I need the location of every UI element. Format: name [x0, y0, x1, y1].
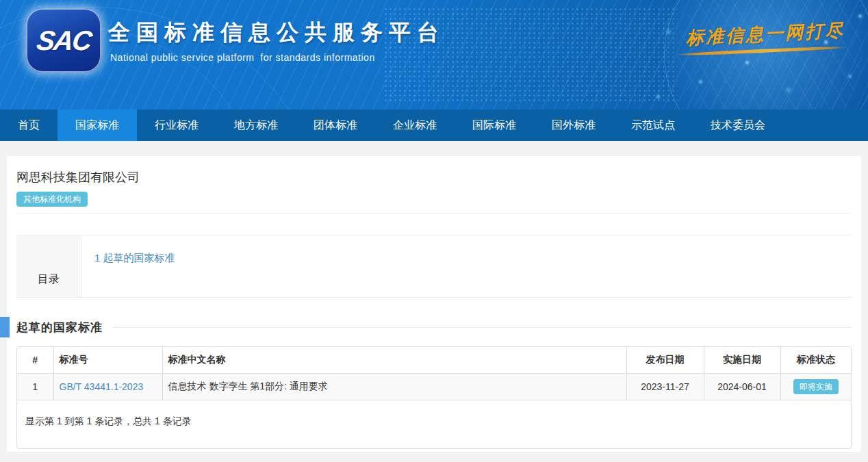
nav-item-pilot-demo[interactable]: 示范试点 — [613, 110, 693, 141]
site-header: SAC 全国标准信息公共服务平台 National public service… — [0, 0, 868, 110]
col-header-publish-date: 发布日期 — [626, 347, 704, 374]
table-row: 1 GB/T 43441.1-2023 信息技术 数字孪生 第1部分: 通用要求… — [17, 374, 851, 400]
page: SAC 全国标准信息公共服务平台 National public service… — [0, 0, 868, 462]
pagination-summary: 显示第 1 到第 1 条记录，总共 1 条记录 — [17, 400, 851, 448]
col-header-implement-date: 实施日期 — [704, 347, 780, 374]
col-header-name: 标准中文名称 — [162, 347, 626, 374]
row-index: 1 — [17, 374, 53, 400]
sparkle-dots — [0, 0, 2, 2]
nav-item-local-standards[interactable]: 地方标准 — [216, 110, 296, 141]
content-card: 网思科技集团有限公司 其他标准化机构 目录 1 起草的国家标准 起草的国家标准 … — [7, 156, 861, 452]
section-title: 起草的国家标准 — [16, 320, 103, 335]
std-no-link[interactable]: GB/T 43441.1-2023 — [60, 381, 144, 392]
nav-item-international-standards[interactable]: 国际标准 — [455, 110, 534, 141]
col-header-status: 标准状态 — [780, 347, 851, 374]
org-name: 网思科技集团有限公司 — [16, 168, 852, 186]
table-header-row: # 标准号 标准中文名称 发布日期 实施日期 标准状态 — [17, 347, 851, 374]
site-subtitle: National public service platform for sta… — [110, 52, 375, 63]
nav-item-technical-committee[interactable]: 技术委员会 — [693, 110, 783, 141]
catalog-label: 目录 — [16, 235, 81, 297]
section-edge-marker — [0, 317, 10, 337]
sac-logo-text: SAC — [35, 25, 93, 56]
section-header: 起草的国家标准 — [16, 317, 852, 337]
section-rule — [112, 327, 852, 328]
status-badge: 即将实施 — [793, 379, 839, 394]
col-header-index: # — [17, 347, 53, 374]
org-type-badge: 其他标准化机构 — [16, 192, 88, 207]
site-title: 全国标准信息公共服务平台 — [108, 18, 445, 48]
separator — [16, 213, 852, 214]
standards-table: # 标准号 标准中文名称 发布日期 实施日期 标准状态 1 GB/T 43441… — [17, 347, 851, 400]
sac-logo[interactable]: SAC — [26, 8, 101, 73]
std-name-cell: 信息技术 数字孪生 第1部分: 通用要求 — [162, 374, 626, 400]
nav-item-enterprise-standards[interactable]: 企业标准 — [375, 110, 455, 141]
nav-item-group-standards[interactable]: 团体标准 — [296, 110, 375, 141]
catalog-link-drafted-standards[interactable]: 1 起草的国家标准 — [94, 252, 175, 264]
catalog-body: 1 起草的国家标准 — [81, 235, 852, 297]
nav-item-industry-standards[interactable]: 行业标准 — [137, 110, 216, 141]
nav-item-foreign-standards[interactable]: 国外标准 — [534, 110, 613, 141]
main-nav: 首页 国家标准 行业标准 地方标准 团体标准 企业标准 国际标准 国外标准 示范… — [0, 110, 868, 141]
publish-date-cell: 2023-11-27 — [626, 374, 704, 400]
catalog-panel: 目录 1 起草的国家标准 — [16, 235, 852, 298]
col-header-std-no: 标准号 — [53, 347, 162, 374]
standards-table-container: # 标准号 标准中文名称 发布日期 实施日期 标准状态 1 GB/T 43441… — [16, 346, 852, 449]
nav-item-home[interactable]: 首页 — [0, 110, 58, 141]
nav-item-national-standards[interactable]: 国家标准 — [58, 110, 137, 141]
implement-date-cell: 2024-06-01 — [704, 374, 780, 400]
